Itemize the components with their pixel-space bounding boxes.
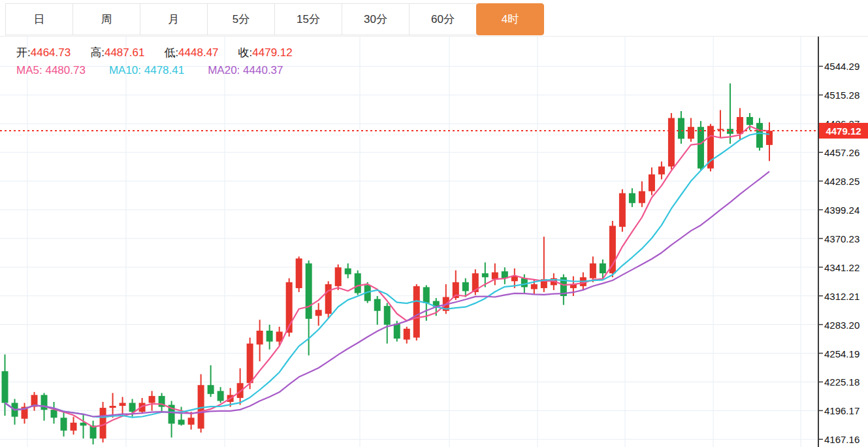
candle-body <box>413 286 420 338</box>
y-axis-tick-label: 4167.16 <box>824 434 860 445</box>
candle-body <box>658 167 665 174</box>
candle-body <box>129 403 136 412</box>
y-axis <box>818 37 823 447</box>
candle-body <box>668 118 675 167</box>
candle-body <box>384 306 391 325</box>
tab-4时[interactable]: 4时 <box>476 3 544 35</box>
ohlc-readout: 开:4464.73 高:4487.61 低:4448.47 收:4479.12 <box>16 45 293 60</box>
candle-body <box>394 323 400 339</box>
tab-60分[interactable]: 60分 <box>409 3 477 35</box>
candle-body <box>355 273 361 293</box>
candle-body <box>71 423 77 431</box>
tab-15分[interactable]: 15分 <box>274 3 342 35</box>
ma-readout: MA5: 4480.73 MA10: 4478.41 MA20: 4440.37 <box>16 64 283 77</box>
ma20-readout: MA20: 4440.37 <box>208 64 283 77</box>
grid-lines <box>0 37 818 447</box>
candle-body <box>531 284 538 290</box>
candle-body <box>296 259 302 288</box>
y-axis-tick-label: 4225.18 <box>824 376 860 388</box>
candle-body <box>511 276 518 282</box>
candle-body <box>335 267 342 286</box>
last-price-tag: 4479.12 <box>819 123 868 139</box>
candle-body <box>51 410 57 418</box>
candle-body <box>462 282 469 291</box>
y-axis-tick-label: 4544.29 <box>824 61 860 72</box>
candle-body <box>747 117 753 125</box>
candle-body <box>374 299 381 311</box>
y-axis-tick-label: 4428.25 <box>824 176 860 187</box>
candle-body <box>2 371 8 403</box>
candle-body <box>247 344 253 384</box>
y-axis-tick-label: 4196.17 <box>824 405 860 416</box>
timeframe-tabbar: 日周月5分15分30分60分4时 <box>5 3 544 35</box>
candles <box>2 84 773 444</box>
candle-body <box>404 329 410 340</box>
candle-body <box>756 123 763 148</box>
candle-body <box>698 127 704 169</box>
candle-body <box>590 263 596 278</box>
candle-body <box>325 284 332 314</box>
candle-body <box>600 263 606 273</box>
tab-月[interactable]: 月 <box>140 3 208 35</box>
tab-周[interactable]: 周 <box>72 3 140 35</box>
candle-body <box>423 287 430 303</box>
candle-body <box>149 396 155 403</box>
candle-body <box>649 174 655 191</box>
y-axis-tick-label: 4283.20 <box>824 319 860 330</box>
candle-body <box>492 273 498 280</box>
candle-body <box>315 310 322 316</box>
candle-body <box>61 418 67 431</box>
tab-30分[interactable]: 30分 <box>342 3 410 35</box>
candle-body <box>217 391 224 401</box>
candle-body <box>208 385 214 394</box>
y-axis-tick-label: 4312.21 <box>824 290 860 301</box>
y-axis-tick-label: 4399.24 <box>824 205 860 216</box>
candle-body <box>629 193 635 203</box>
tab-5分[interactable]: 5分 <box>207 3 275 35</box>
candle-body <box>188 418 195 425</box>
candle-body <box>257 331 263 344</box>
candle-body <box>688 127 694 139</box>
candle-body <box>306 263 312 319</box>
open-readout: 开:4464.73 <box>16 45 71 60</box>
y-axis-tick-label: 4341.22 <box>824 261 860 273</box>
candle-body <box>678 118 684 139</box>
y-axis-tick-label: 4457.26 <box>824 147 860 158</box>
high-readout: 高:4487.61 <box>90 45 144 60</box>
low-readout: 低:4448.47 <box>164 45 218 60</box>
candle-body <box>266 331 273 342</box>
candle-body <box>717 129 724 130</box>
candle-body <box>178 420 185 425</box>
y-axis-tick-label: 4370.23 <box>824 233 860 244</box>
candle-body <box>639 191 645 203</box>
ma5-readout: MA5: 4480.73 <box>16 64 86 77</box>
candle-body <box>120 403 126 406</box>
candle-body <box>110 406 116 408</box>
candle-body <box>482 273 489 277</box>
ma10-readout: MA10: 4478.41 <box>109 64 184 77</box>
candle-body <box>766 131 773 145</box>
y-axis-tick-label: 4254.19 <box>824 348 860 359</box>
candle-body <box>345 269 351 274</box>
candle-body <box>521 278 528 288</box>
y-axis-tick-label: 4515.28 <box>824 90 860 101</box>
tab-日[interactable]: 日 <box>5 3 73 35</box>
candle-body <box>619 193 626 227</box>
close-readout: 收:4479.12 <box>238 45 293 60</box>
candle-body <box>609 226 616 274</box>
